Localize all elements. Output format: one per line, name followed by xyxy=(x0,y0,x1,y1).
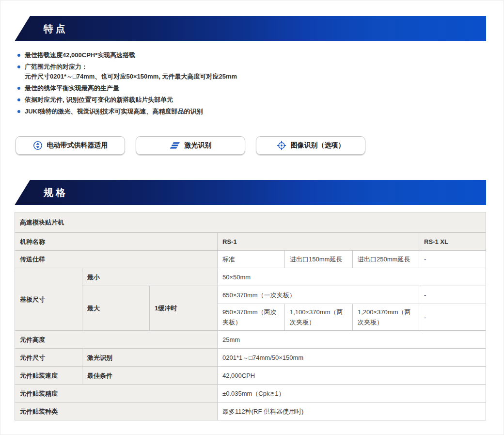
spec-cell-speed-condition: 最佳条件 xyxy=(82,367,218,385)
bullet-text: JUKI独特的激光、视觉识别技术可实现高速、高精度部品的识别 xyxy=(25,107,203,116)
spec-cell-conveyor-standard: 标准 xyxy=(218,251,285,268)
spec-cell-board-label: 基板尺寸 xyxy=(15,268,82,331)
spec-cell-model-rs1: RS-1 xyxy=(218,233,419,251)
spec-cell-conveyor-label: 传送仕样 xyxy=(15,251,218,268)
feature-bullet: 最佳的线体平衡实现最高的生产量 xyxy=(17,83,318,93)
feature-bullet: 广范围元件的对应力： 元件尺寸0201*～□74mm、也可对应50×150mm,… xyxy=(17,62,318,81)
table-row: 元件贴装种类 最多112种(RF 供料器使用时) xyxy=(15,403,486,420)
laser-recognition-button[interactable]: 激光识别 xyxy=(136,136,245,155)
spec-cell-board-max-label: 最大 xyxy=(82,286,150,331)
table-row: 元件贴装速度 最佳条件 42,000CPH xyxy=(15,367,486,385)
spec-cell-model-rs1xl: RS-1 XL xyxy=(419,233,486,251)
feature-bullet: 依据对应元件, 识别位置可变化的新搭载贴片头部单元 xyxy=(17,95,318,105)
spec-cell-conveyor-ext250: 进出口250mm延長 xyxy=(353,251,419,268)
spec-cell-part-size-method: 激光识别 xyxy=(82,349,218,367)
feeder-updown-icon xyxy=(33,141,43,150)
table-row: 元件尺寸 激光识别 0201*1～□74mm/50×150mm xyxy=(15,349,486,367)
specs-section-banner: 规格 xyxy=(15,180,486,205)
bullet-text: 广范围元件的对应力： xyxy=(25,62,237,72)
feature-badge-row: 电动带式供料器适用 激光识别 图像识别（选项） xyxy=(16,136,365,155)
spec-cell-conveyor-ext150: 进出口150mm延長 xyxy=(285,251,353,268)
spec-cell-part-size-label: 元件尺寸 xyxy=(15,349,82,367)
table-row: 基板尺寸 最小 50×50mm xyxy=(15,268,486,286)
spec-cell-part-size-value: 0201*1～□74mm/50×150mm xyxy=(218,349,486,367)
spec-cell-variety-label: 元件贴装种类 xyxy=(15,403,218,420)
spec-cell-model-label: 机种名称 xyxy=(15,233,218,251)
spec-cell-speed-label: 元件贴装速度 xyxy=(15,367,82,385)
spec-table-caption: 高速模块贴片机 xyxy=(15,212,486,233)
feature-button-label: 电动带式供料器适用 xyxy=(47,141,108,150)
bullet-dot-icon xyxy=(17,110,20,113)
spec-cell-board-single-clamp: 650×370mm（一次夹板） xyxy=(218,286,419,304)
bullet-dot-icon xyxy=(17,54,20,57)
spec-cell-conveyor-xl: - xyxy=(419,251,486,268)
spec-cell-accuracy-value: ±0.035mm（Cpk≧1） xyxy=(218,385,486,403)
electric-tape-feeder-button[interactable]: 电动带式供料器适用 xyxy=(16,136,125,155)
spec-table: 高速模块贴片机 机种名称 RS-1 RS-1 XL 传送仕样 标准 进出口150… xyxy=(15,212,486,420)
image-recognition-button[interactable]: 图像识别（选项） xyxy=(256,136,365,155)
feature-bullet: JUKI独特的激光、视觉识别技术可实现高速、高精度部品的识别 xyxy=(17,107,318,116)
spec-cell-board-single-clamp-xl: - xyxy=(419,286,486,304)
table-row: 高速模块贴片机 xyxy=(15,212,486,233)
spec-cell-board-double-clamp-3: 1,200×370mm（两次夹板） xyxy=(353,304,419,331)
spec-cell-board-min-value: 50×50mm xyxy=(218,268,486,286)
feature-button-label: 激光识别 xyxy=(185,141,212,150)
spec-cell-board-min-label: 最小 xyxy=(82,268,218,286)
crosshair-icon xyxy=(277,141,286,150)
product-spec-page: 特点 最佳搭载速度42,000CPH*实现高速搭载 广范围元件的对应力： 元件尺… xyxy=(0,0,504,435)
spec-cell-height-label: 元件高度 xyxy=(15,331,218,349)
spec-cell-variety-value: 最多112种(RF 供料器使用时) xyxy=(218,403,486,420)
feature-bullet: 最佳搭载速度42,000CPH*实现高速搭载 xyxy=(17,50,318,60)
bullet-text: 最佳的线体平衡实现最高的生产量 xyxy=(25,83,119,93)
bullet-text: 最佳搭载速度42,000CPH*实现高速搭载 xyxy=(25,50,135,60)
bullet-text: 依据对应元件, 识别位置可变化的新搭载贴片头部单元 xyxy=(25,95,173,105)
features-section-banner: 特点 xyxy=(15,16,486,41)
bullet-dot-icon xyxy=(17,87,20,90)
spec-cell-board-double-clamp-2: 1,100×370mm（两次夹板） xyxy=(285,304,353,331)
specs-section-title: 规格 xyxy=(44,186,68,199)
spec-cell-board-double-clamp-xl: - xyxy=(419,304,486,331)
spec-cell-height-value: 25mm xyxy=(218,331,486,349)
table-row: 机种名称 RS-1 RS-1 XL xyxy=(15,233,486,251)
spec-cell-board-buffer-label: 1缓冲时 xyxy=(150,286,218,331)
table-row: 元件高度 25mm xyxy=(15,331,486,349)
features-bullet-list: 最佳搭载速度42,000CPH*实现高速搭载 广范围元件的对应力： 元件尺寸02… xyxy=(17,50,318,118)
bullet-dot-icon xyxy=(17,65,20,68)
bullet-subtext: 元件尺寸0201*～□74mm、也可对应50×150mm, 元件最大高度可对应2… xyxy=(25,72,237,81)
spec-cell-accuracy-label: 元件贴装精度 xyxy=(15,385,218,403)
spec-cell-board-double-clamp-1: 950×370mm（两次夹板） xyxy=(218,304,285,331)
table-row: 最大 1缓冲时 650×370mm（一次夹板） - xyxy=(15,286,486,304)
features-section-title: 特点 xyxy=(44,22,68,35)
table-row: 传送仕样 标准 进出口150mm延長 进出口250mm延長 - xyxy=(15,251,486,268)
laser-lines-icon xyxy=(170,142,180,149)
table-row: 元件贴装精度 ±0.035mm（Cpk≧1） xyxy=(15,385,486,403)
spec-cell-speed-value: 42,000CPH xyxy=(218,367,486,385)
bullet-dot-icon xyxy=(17,98,20,101)
feature-button-label: 图像识别（选项） xyxy=(291,141,345,150)
